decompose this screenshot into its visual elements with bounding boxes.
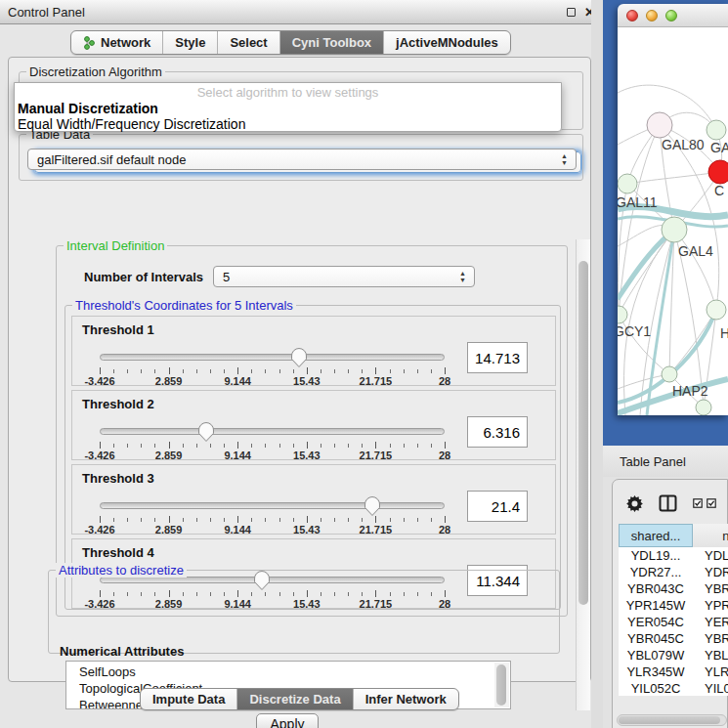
attributes-group-title: Attributes to discretize <box>56 563 187 578</box>
table-row[interactable]: YBL079WYBL0 <box>619 647 728 664</box>
threshold-1-slider[interactable]: -3.4262.8599.14415.4321.71528 <box>100 346 445 385</box>
network-node[interactable] <box>618 306 627 323</box>
network-canvas-svg: GAL80GACGAL11GAL4GCY1HHAP2 <box>618 27 728 415</box>
numerical-attributes-label: Numerical Attributes <box>60 644 184 659</box>
apply-button[interactable]: Apply <box>256 713 319 728</box>
network-node[interactable] <box>618 174 637 193</box>
algorithm-dropdown-popup: Select algorithm to view settings Manual… <box>14 82 562 132</box>
slider-track[interactable] <box>100 354 445 361</box>
threshold-4-label: Threshold 4 <box>82 545 154 560</box>
slider-ticks <box>100 367 445 374</box>
tab-style[interactable]: Style <box>163 31 218 54</box>
dropdown-option-manual-discretization[interactable]: Manual Discretization <box>15 101 561 116</box>
table-row[interactable]: YBR043CYBR0 <box>619 580 728 597</box>
scrollbar-thumb[interactable] <box>496 664 506 706</box>
table-row[interactable]: YPR145WYPR1 <box>619 597 728 614</box>
table-data-selected: galFiltered.sif default node <box>37 152 186 167</box>
table-body: YDL19...YDL1YDR27...YDR2YBR043CYBR0YPR14… <box>619 547 728 696</box>
network-node[interactable] <box>662 217 687 242</box>
table-row[interactable]: YDR27...YDR2 <box>619 564 728 580</box>
slider-ticks <box>100 516 445 523</box>
dropdown-hint: Select algorithm to view settings <box>15 83 561 101</box>
network-window-titlebar <box>618 4 728 27</box>
attributes-scrollbar[interactable] <box>494 663 509 707</box>
tab-discretize-data-label: Discretize Data <box>249 692 340 707</box>
combo-arrows-icon: ▲▼ <box>560 152 569 166</box>
network-node-label: GCY1 <box>618 323 651 339</box>
network-canvas[interactable]: GAL80GACGAL11GAL4GCY1HHAP2 <box>618 27 728 415</box>
threshold-2-label: Threshold 2 <box>82 397 154 411</box>
slider-tick-labels: -3.4262.8599.14415.4321.71528 <box>100 524 445 535</box>
zoom-traffic-light-icon[interactable] <box>665 10 677 21</box>
tab-discretize-data[interactable]: Discretize Data <box>237 689 353 709</box>
control-panel: Control Panel ✕ Network Style Select <box>0 0 603 728</box>
close-traffic-light-icon[interactable] <box>626 10 638 21</box>
tab-cyni-toolbox[interactable]: Cyni Toolbox <box>280 31 384 54</box>
interval-definition-group: Interval Definition Number of Intervals … <box>56 245 568 617</box>
network-node-label: GAL11 <box>618 194 658 210</box>
network-node[interactable] <box>707 300 726 320</box>
panel-title: Control Panel <box>8 5 85 20</box>
number-of-intervals-combobox[interactable]: 5 ▲▼ <box>213 266 475 287</box>
slider-tick-labels: -3.4262.8599.14415.4321.71528 <box>100 375 445 387</box>
threshold-3-slider[interactable]: -3.4262.8599.14415.4321.71528 <box>100 494 445 534</box>
cyni-toolbox-page: Discretization Algorithm ▲▼ Table Data g… <box>8 57 591 682</box>
threshold-3-value-field[interactable]: 21.4 <box>467 491 528 522</box>
network-node[interactable] <box>662 366 677 382</box>
table-row[interactable]: YER054CYER0 <box>619 614 728 630</box>
slider-track[interactable] <box>100 502 445 509</box>
threshold-3-panel: Threshold 3 -3.4262.8599.14415.4321.7152… <box>71 464 556 535</box>
float-window-icon[interactable] <box>567 8 576 17</box>
interval-definition-group-title: Interval Definition <box>64 238 167 253</box>
minimize-traffic-light-icon[interactable] <box>646 10 658 21</box>
table-panel: shared... na YDL19...YDL1YDR27...YDR2YBR… <box>612 479 728 728</box>
tab-network-label: Network <box>101 35 150 50</box>
scrollbar-thumb[interactable] <box>578 261 588 605</box>
table-row[interactable]: YDL19...YDL1 <box>619 547 728 564</box>
table-panel-region: Table Panel <box>603 446 728 728</box>
table-row[interactable]: YBR045CYBR0 <box>619 630 728 647</box>
column-header-shared-name[interactable]: shared... <box>619 524 693 547</box>
threshold-2-slider[interactable]: -3.4262.8599.14415.4321.71528 <box>100 420 445 459</box>
columns-icon[interactable] <box>659 494 677 512</box>
threshold-3-label: Threshold 3 <box>82 471 154 486</box>
checkbox-checked-icon[interactable] <box>707 498 716 508</box>
control-panel-titlebar: Control Panel ✕ <box>0 0 603 24</box>
discretization-algorithm-group-title: Discretization Algorithm <box>26 64 165 79</box>
thresholds-group-title: Threshold's Coordinates for 5 Intervals <box>72 298 296 313</box>
table-panel-title: Table Panel <box>620 454 686 469</box>
tab-jactivemnodules[interactable]: jActiveMNodules <box>384 31 510 54</box>
table-data-combobox[interactable]: galFiltered.sif default node ▲▼ <box>27 149 577 170</box>
table-row[interactable]: YLR345WYLR3 <box>619 664 728 680</box>
tab-network[interactable]: Network <box>71 31 163 54</box>
tab-infer-network[interactable]: Infer Network <box>354 689 458 709</box>
table-row[interactable]: YIL052CYIL0 <box>619 680 728 696</box>
threshold-2-panel: Threshold 2 -3.4262.8599.14415.4321.7152… <box>71 390 556 460</box>
checkbox-checked-icon[interactable] <box>693 498 703 508</box>
column-header-name[interactable]: na <box>693 524 728 547</box>
table-panel-header: Table Panel <box>603 446 728 477</box>
attribute-item[interactable]: SelfLoops <box>66 664 492 680</box>
gear-icon[interactable] <box>626 495 643 512</box>
slider-handle[interactable] <box>197 421 215 443</box>
network-node-label: GA <box>710 140 728 155</box>
slider-track[interactable] <box>100 428 445 435</box>
number-of-intervals-label: Number of Intervals <box>84 270 203 284</box>
network-node[interactable] <box>708 160 728 184</box>
threshold-1-value-field[interactable]: 14.713 <box>467 342 528 373</box>
threshold-2-value-field[interactable]: 6.316 <box>467 416 528 448</box>
tab-impute-data[interactable]: Impute Data <box>141 689 237 709</box>
tab-select[interactable]: Select <box>218 31 279 54</box>
slider-handle[interactable] <box>290 347 308 368</box>
network-node[interactable] <box>696 400 711 415</box>
network-node[interactable] <box>707 120 726 140</box>
table-horizontal-scrollbar[interactable] <box>617 714 727 726</box>
settings-vertical-scrollbar[interactable] <box>576 239 590 710</box>
dropdown-option-equal-width-frequency[interactable]: Equal Width/Frequency Discretization <box>15 116 561 132</box>
slider-handle[interactable] <box>364 495 381 517</box>
tab-jactivemnodules-label: jActiveMNodules <box>396 35 498 50</box>
scrollbar-thumb[interactable] <box>619 716 720 724</box>
network-node[interactable] <box>647 112 672 138</box>
network-icon <box>83 36 96 50</box>
attributes-group: Attributes to discretize <box>48 570 560 654</box>
